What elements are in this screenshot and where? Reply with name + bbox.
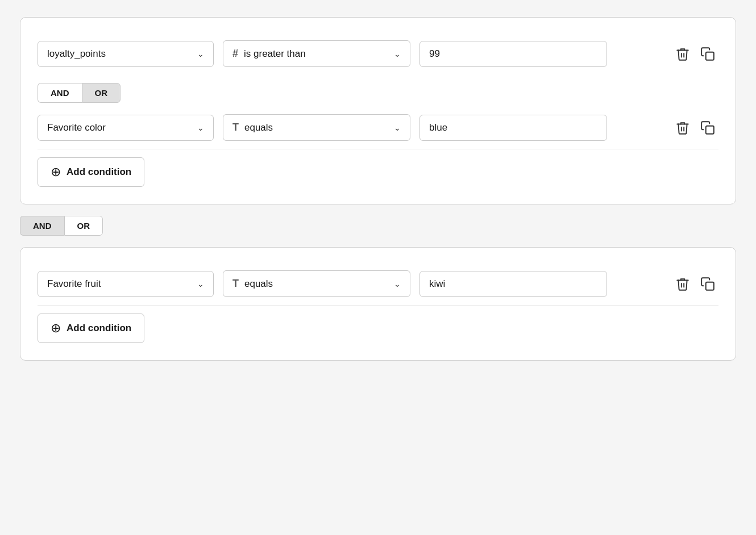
chevron-down-icon: ⌄ [394,279,401,289]
chevron-down-icon: ⌄ [197,123,204,132]
inner-logic-toggle-1: AND OR [38,83,718,103]
and-button-inner-1[interactable]: AND [38,83,82,103]
separator-1 [38,149,718,149]
field-label-3: Favorite fruit [47,278,101,290]
operator-label-1: is greater than [244,48,306,60]
add-condition-label-2: Add condition [67,323,131,334]
add-condition-label-1: Add condition [67,166,131,178]
operator-dropdown-3[interactable]: T equals ⌄ [223,270,410,297]
chevron-down-icon: ⌄ [197,279,204,289]
operator-label-2: equals [244,122,273,133]
operator-dropdown-1[interactable]: # is greater than ⌄ [223,40,410,67]
operator-dropdown-2[interactable]: T equals ⌄ [223,114,410,141]
chevron-down-icon: ⌄ [197,49,204,58]
or-button-inner-1[interactable]: OR [82,83,121,103]
chevron-down-icon: ⌄ [394,49,401,58]
value-input-1[interactable] [419,41,607,67]
condition-row-3: Favorite fruit ⌄ T equals ⌄ [38,265,718,303]
type-icon-2: T [232,122,239,133]
action-buttons-1 [672,43,718,65]
chevron-down-icon: ⌄ [394,123,401,132]
add-condition-button-2[interactable]: ⊕ Add condition [38,314,144,343]
operator-label-3: equals [244,278,273,290]
and-button-between[interactable]: AND [20,216,64,236]
add-condition-button-1[interactable]: ⊕ Add condition [38,157,144,187]
svg-rect-2 [706,282,714,290]
delete-button-2[interactable] [672,117,693,139]
action-buttons-3 [672,273,718,295]
field-dropdown-2[interactable]: Favorite color ⌄ [38,115,214,141]
type-icon-1: # [232,48,238,60]
duplicate-button-1[interactable] [697,43,718,65]
value-input-3[interactable] [419,271,607,297]
field-dropdown-3[interactable]: Favorite fruit ⌄ [38,271,214,297]
value-input-2[interactable] [419,115,607,141]
condition-group-1: loyalty_points ⌄ # is greater than ⌄ [20,17,736,204]
duplicate-button-3[interactable] [697,273,718,295]
field-label-2: Favorite color [47,122,106,133]
condition-row-1: loyalty_points ⌄ # is greater than ⌄ [38,35,718,73]
separator-2 [38,305,718,306]
filter-builder: loyalty_points ⌄ # is greater than ⌄ [20,17,736,361]
delete-button-3[interactable] [672,273,693,295]
duplicate-button-2[interactable] [697,117,718,139]
type-icon-3: T [232,278,239,290]
field-label-1: loyalty_points [47,48,106,60]
svg-rect-1 [706,126,714,133]
or-button-between[interactable]: OR [64,216,103,236]
plus-circle-icon-1: ⊕ [51,165,61,179]
condition-group-2: Favorite fruit ⌄ T equals ⌄ [20,247,736,361]
svg-rect-0 [706,52,714,60]
field-dropdown-1[interactable]: loyalty_points ⌄ [38,41,214,67]
between-groups-toggle: AND OR [20,216,736,236]
action-buttons-2 [672,117,718,139]
delete-button-1[interactable] [672,43,693,65]
condition-row-2: Favorite color ⌄ T equals ⌄ [38,108,718,147]
plus-circle-icon-2: ⊕ [51,321,61,336]
